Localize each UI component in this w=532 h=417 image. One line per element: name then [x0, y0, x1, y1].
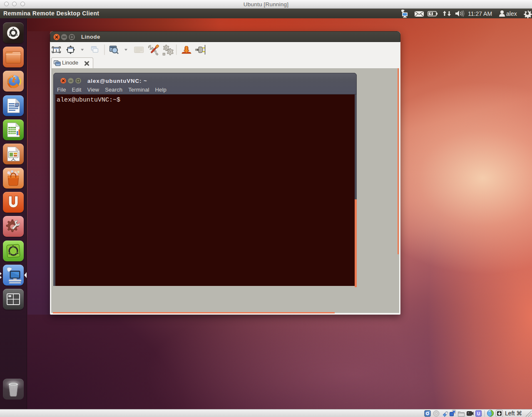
svg-text:U: U	[477, 412, 480, 416]
svg-text:1: 1	[55, 49, 57, 52]
